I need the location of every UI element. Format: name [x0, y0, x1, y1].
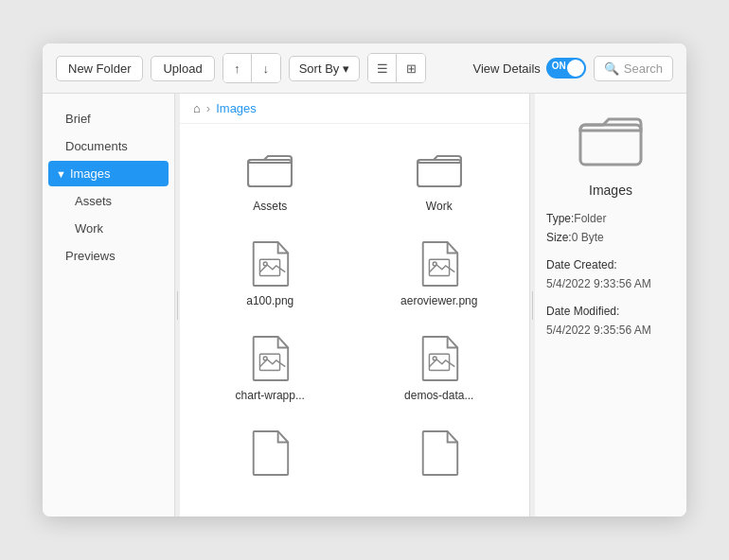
details-created: Date Created: 5/4/2022 9:33:56 AM — [546, 255, 675, 294]
upload-button[interactable]: Upload — [151, 56, 214, 81]
svg-point-3 — [264, 262, 268, 266]
view-details-control: View Details ON — [473, 58, 586, 79]
breadcrumb-separator: › — [206, 101, 210, 115]
image-icon-6 — [245, 429, 294, 478]
sidebar-item-work[interactable]: Work — [48, 216, 169, 241]
breadcrumb-current: Images — [216, 101, 257, 115]
file-area: ⌂ › Images Assets — [180, 94, 530, 516]
file-name-aeroviewer: aeroviewer.png — [400, 294, 477, 307]
details-panel: Images Type:Folder Size:0 Byte Date Crea… — [535, 94, 686, 516]
sidebar-item-brief[interactable]: Brief — [48, 106, 169, 131]
details-size: Size:0 Byte — [546, 228, 675, 247]
toolbar: New Folder Upload ↑ ↓ Sort By ▾ ☰ ⊞ View… — [43, 44, 686, 94]
folder-icon-work — [415, 145, 464, 194]
sort-by-button[interactable]: Sort By ▾ — [289, 56, 361, 81]
file-name-assets: Assets — [253, 200, 287, 213]
image-icon-7 — [415, 429, 464, 478]
file-item-a100[interactable]: a100.png — [189, 228, 351, 315]
grid-view-button[interactable]: ⊞ — [397, 54, 425, 82]
search-icon: 🔍 — [604, 61, 619, 76]
folder-icon-assets — [245, 145, 294, 194]
up-button[interactable]: ↑ — [223, 54, 252, 82]
image-icon-demos — [415, 334, 464, 383]
breadcrumb: ⌂ › Images — [180, 94, 529, 124]
list-view-button[interactable]: ☰ — [368, 54, 397, 82]
svg-point-9 — [433, 357, 436, 360]
svg-point-7 — [264, 357, 268, 360]
sidebar-item-assets[interactable]: Assets — [48, 188, 169, 214]
file-name-work: Work — [426, 200, 453, 213]
new-folder-button[interactable]: New Folder — [56, 56, 143, 81]
details-modified: Date Modified: 5/4/2022 9:35:56 AM — [546, 302, 675, 341]
file-item-7[interactable] — [359, 417, 521, 491]
sidebar-item-images[interactable]: ▼ Images — [48, 161, 169, 186]
search-placeholder: Search — [624, 61, 663, 76]
file-item-aeroviewer[interactable]: aeroviewer.png — [359, 228, 521, 315]
image-icon-aeroviewer — [415, 239, 464, 289]
search-box[interactable]: 🔍 Search — [594, 56, 673, 81]
image-icon-chart — [245, 334, 294, 383]
image-icon-a100 — [245, 239, 294, 289]
details-folder-icon — [578, 107, 644, 173]
down-button[interactable]: ↓ — [252, 54, 280, 82]
toggle-knob — [567, 60, 584, 77]
main-area: Brief Documents ▼ Images Assets Work Pre… — [43, 94, 686, 516]
files-grid: Assets Work — [180, 124, 529, 516]
view-details-toggle[interactable]: ON — [546, 58, 586, 79]
sidebar-item-documents[interactable]: Documents — [48, 133, 169, 159]
file-manager-window: New Folder Upload ↑ ↓ Sort By ▾ ☰ ⊞ View… — [43, 44, 686, 516]
file-name-chart: chart-wrapp... — [236, 389, 305, 402]
svg-point-5 — [433, 262, 436, 266]
file-name-a100: a100.png — [246, 294, 293, 307]
chevron-down-icon: ▾ — [343, 61, 349, 76]
file-item-work[interactable]: Work — [359, 133, 521, 220]
view-details-label: View Details — [473, 61, 541, 76]
toggle-on-label: ON — [552, 61, 566, 71]
nav-buttons: ↑ ↓ — [222, 53, 281, 83]
sidebar: Brief Documents ▼ Images Assets Work Pre… — [43, 94, 175, 516]
home-icon[interactable]: ⌂ — [193, 101, 201, 115]
sidebar-item-previews[interactable]: Previews — [48, 243, 169, 269]
file-item-assets[interactable]: Assets — [189, 133, 351, 220]
details-name: Images — [589, 183, 632, 198]
expand-icon: ▼ — [56, 168, 66, 180]
view-toggle-buttons: ☰ ⊞ — [367, 53, 426, 83]
file-name-demos: demos-data... — [404, 389, 473, 402]
file-item-chart[interactable]: chart-wrapp... — [189, 323, 351, 410]
details-type: Type:Folder — [546, 209, 675, 228]
file-item-demos[interactable]: demos-data... — [359, 323, 521, 410]
details-meta: Type:Folder Size:0 Byte Date Created: 5/… — [546, 209, 675, 340]
file-item-6[interactable] — [189, 417, 351, 491]
svg-rect-1 — [418, 160, 461, 186]
svg-rect-0 — [248, 160, 292, 186]
sort-by-label: Sort By — [299, 61, 340, 76]
